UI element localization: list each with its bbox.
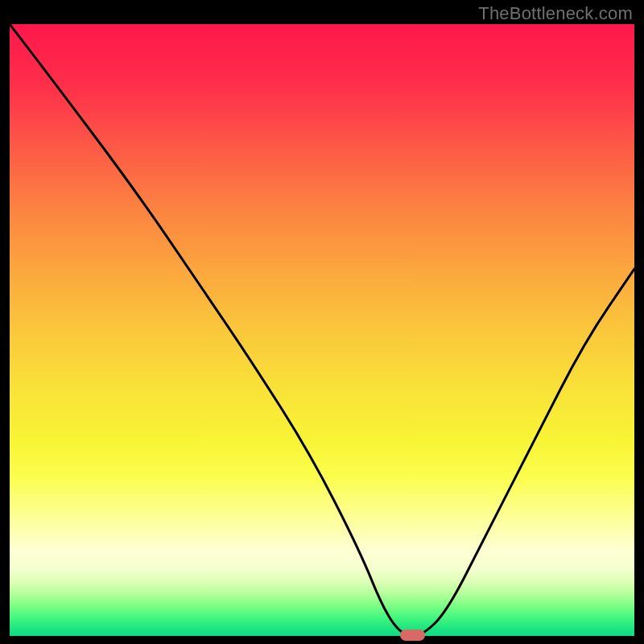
bottleneck-curve xyxy=(10,24,634,636)
curve-path xyxy=(10,24,634,636)
chart-frame: TheBottleneck.com xyxy=(0,0,644,644)
watermark-text: TheBottleneck.com xyxy=(478,3,633,24)
optimal-marker xyxy=(400,630,425,641)
